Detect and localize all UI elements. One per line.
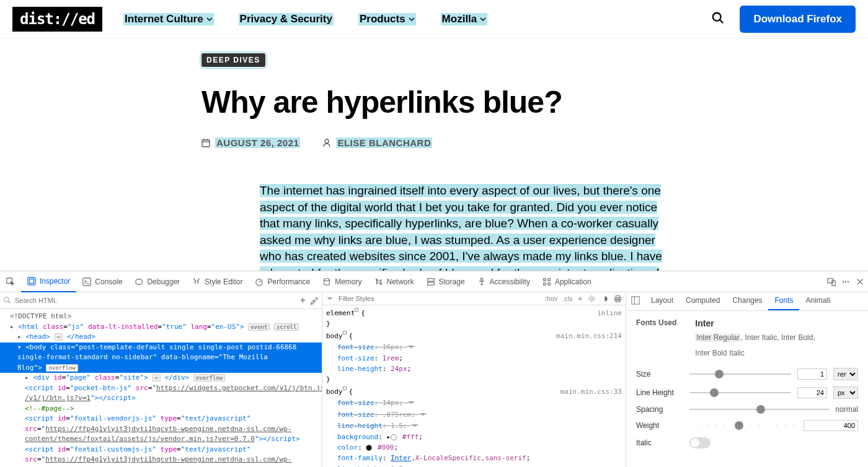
dom-selected-body[interactable]: ▾ <body class="post-template-default sin… — [0, 343, 322, 353]
selector[interactable]: body — [326, 331, 343, 341]
weight-control: Weight — [636, 420, 858, 431]
tab-memory[interactable]: Memory — [316, 271, 368, 292]
close-icon[interactable] — [856, 277, 864, 286]
event-badge[interactable]: event — [248, 323, 270, 331]
logo[interactable]: dist://ed — [12, 7, 102, 32]
search-icon[interactable] — [711, 11, 725, 27]
responsive-design-icon[interactable] — [827, 277, 836, 286]
tab-accessibility[interactable]: Accessibility — [471, 271, 536, 292]
dom-comment[interactable]: <!--#page--> — [25, 404, 74, 412]
calendar-icon — [202, 139, 210, 147]
rule-source[interactable]: inline — [597, 308, 622, 318]
article: DEEP DIVES Why are hyperlinks blue? AUGU… — [202, 38, 666, 271]
overflow-badge[interactable]: overflow — [193, 374, 225, 382]
svg-rect-18 — [548, 278, 551, 281]
layout-view-icon[interactable] — [626, 292, 645, 310]
control-label: Line Height — [636, 388, 683, 397]
weight-slider[interactable] — [689, 425, 797, 426]
dom-line[interactable]: <!DOCTYPE html> — [10, 312, 71, 320]
print-icon[interactable] — [614, 295, 622, 303]
rule-source[interactable]: main.min.css:33 — [560, 386, 622, 397]
side-tab-layout[interactable]: Layout — [645, 292, 680, 310]
nav-label: Mozilla — [442, 13, 477, 25]
lineheight-unit-select[interactable]: px — [833, 386, 858, 399]
article-title: Why are hyperlinks blue? — [202, 84, 666, 120]
meta-date: AUGUST 26, 2021 — [202, 137, 300, 148]
side-tabs: Layout Computed Changes Fonts Animati — [626, 292, 868, 311]
selector[interactable]: body — [326, 386, 343, 397]
add-node-icon[interactable]: + — [300, 295, 306, 306]
tab-console[interactable]: Console — [76, 271, 128, 292]
eyedropper-icon[interactable] — [309, 296, 318, 305]
weight-input[interactable] — [804, 420, 858, 431]
more-badge[interactable]: ⋯ — [152, 374, 160, 382]
dom-line[interactable]: <head> — [25, 333, 50, 341]
more-badge[interactable]: ⋯ — [55, 333, 63, 341]
tab-label: Debugger — [147, 277, 180, 286]
font-variants-line2: Inter Bold Italic — [695, 347, 815, 359]
devtools-panel: Inspector Console Debugger Style Editor … — [0, 271, 868, 467]
fonts-panel: Fonts Used Inter Inter Regular, Inter It… — [626, 311, 868, 462]
svg-rect-17 — [544, 278, 546, 281]
font-variants: Inter Regular, Inter Italic, Inter Bold, — [695, 332, 815, 344]
overflow-badge[interactable]: overflow — [46, 364, 78, 372]
nav-privacy-security[interactable]: Privacy & Security — [239, 13, 334, 25]
side-tab-computed[interactable]: Computed — [680, 292, 726, 310]
light-mode-icon[interactable] — [588, 295, 596, 303]
scroll-badge[interactable]: scroll — [274, 323, 299, 331]
side-tab-animations[interactable]: Animati — [799, 292, 836, 310]
size-unit-select[interactable]: rem — [833, 368, 858, 380]
svg-rect-15 — [427, 282, 434, 284]
element-picker-button[interactable] — [0, 277, 21, 286]
tab-debugger[interactable]: Debugger — [128, 271, 186, 292]
svg-rect-28 — [632, 297, 639, 304]
chevron-down-icon — [409, 16, 415, 22]
svg-rect-14 — [427, 278, 434, 281]
size-input[interactable] — [797, 369, 827, 380]
italic-toggle[interactable] — [689, 437, 711, 448]
tab-performance[interactable]: Performance — [249, 271, 316, 292]
selector[interactable]: element — [326, 308, 355, 318]
script-src[interactable]: https://widgets.getpocket.com/v1/j/btn.j… — [156, 384, 322, 392]
lineheight-input[interactable] — [797, 387, 827, 398]
dark-mode-icon[interactable] — [601, 295, 609, 303]
nav-mozilla[interactable]: Mozilla — [441, 13, 488, 25]
side-tab-fonts[interactable]: Fonts — [768, 292, 799, 310]
svg-rect-2 — [202, 140, 210, 147]
dom-line: </head> — [67, 333, 95, 341]
size-slider[interactable] — [689, 373, 791, 375]
control-label: Weight — [636, 421, 683, 430]
svg-line-1 — [720, 19, 724, 23]
side-tab-changes[interactable]: Changes — [726, 292, 768, 310]
cls-button[interactable]: .cls — [562, 295, 573, 302]
hov-button[interactable]: :hov — [545, 295, 558, 302]
font-family-name: Inter — [695, 318, 815, 328]
download-firefox-button[interactable]: Download Firefox — [740, 6, 856, 33]
tab-network[interactable]: Network — [368, 271, 420, 292]
add-rule-icon[interactable]: + — [578, 294, 583, 303]
styles-rules[interactable]: element {inline } body {main.min.css:214… — [322, 305, 626, 467]
search-html-input[interactable] — [15, 297, 154, 304]
author-text[interactable]: ELISE BLANCHARD — [336, 137, 432, 148]
svg-rect-8 — [28, 277, 35, 284]
tab-style-editor[interactable]: Style Editor — [186, 271, 249, 292]
tab-label: Storage — [439, 277, 465, 286]
tab-application[interactable]: Application — [536, 271, 598, 292]
svg-point-6 — [325, 139, 329, 143]
control-label: Size — [636, 370, 683, 378]
tab-inspector[interactable]: Inspector — [21, 271, 76, 292]
rule-source[interactable]: main.min.css:214 — [556, 331, 622, 341]
spacing-slider[interactable] — [689, 409, 829, 410]
nav-internet-culture[interactable]: Internet Culture — [123, 13, 214, 25]
lineheight-slider[interactable] — [689, 392, 791, 393]
dom-tree[interactable]: <!DOCTYPE html> ▸ <html class="js" data-… — [0, 309, 322, 467]
filter-styles-input[interactable] — [339, 295, 401, 302]
main-nav: Internet Culture Privacy & Security Prod… — [123, 13, 711, 25]
svg-point-24 — [590, 297, 593, 300]
tab-storage[interactable]: Storage — [420, 271, 471, 292]
nav-products[interactable]: Products — [358, 13, 416, 25]
category-badge[interactable]: DEEP DIVES — [202, 53, 265, 67]
more-icon[interactable]: ⋯ — [842, 277, 849, 286]
control-label: Spacing — [636, 405, 683, 414]
search-icon — [4, 297, 11, 304]
